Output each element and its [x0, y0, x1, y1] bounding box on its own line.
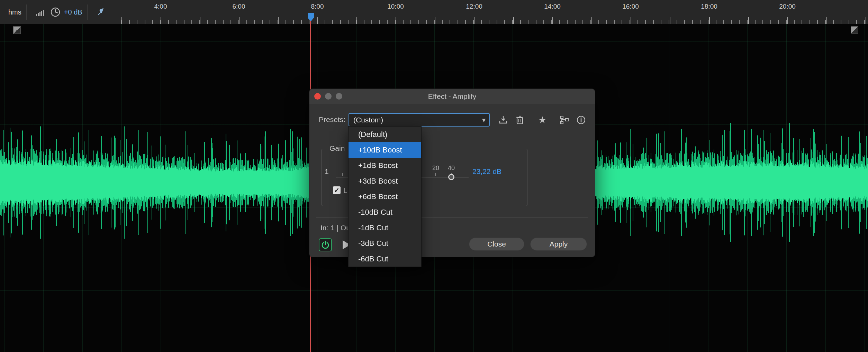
ruler-label: 14:00 [544, 3, 561, 10]
gain-group-label: Gain [327, 144, 347, 152]
preset-option-1db-cut[interactable]: -1dB Cut [349, 220, 421, 235]
level-meter-icon[interactable] [36, 8, 46, 16]
presets-label: Presets: [319, 115, 345, 124]
clock-icon[interactable] [50, 7, 61, 17]
preset-option-6db-cut[interactable]: -6dB Cut [349, 251, 421, 267]
slider-tick [435, 173, 436, 176]
favorite-star-icon[interactable]: ★ [537, 115, 548, 125]
preset-option-6db-boost[interactable]: +6dB Boost [349, 189, 421, 204]
check-icon: ✓ [334, 186, 340, 194]
gain-knob-value[interactable]: +0 dB [64, 8, 82, 16]
chevron-down-icon: ▾ [482, 116, 486, 124]
toolbar-divider [87, 4, 88, 20]
presets-dropdown[interactable]: (Custom) ▾ [349, 113, 490, 127]
presets-row: Presets: (Custom) ▾ ★ [309, 113, 595, 127]
preset-option-default[interactable]: (Default) [349, 127, 421, 142]
ruler-label: 6:00 [233, 3, 245, 10]
preset-option-10db-cut[interactable]: -10dB Cut [349, 204, 421, 220]
dialog-title: Effect - Amplify [309, 92, 595, 101]
apply-button[interactable]: Apply [530, 238, 587, 251]
time-format-label[interactable]: hms [8, 8, 21, 16]
ruler-label: 18:00 [701, 3, 717, 10]
preset-option-1db-boost[interactable]: +1dB Boost [349, 158, 421, 173]
save-preset-icon[interactable] [498, 115, 508, 125]
pin-playhead-icon[interactable] [97, 8, 106, 17]
slider-tick [342, 173, 343, 176]
ruler-label: 10:00 [387, 3, 404, 10]
preset-dropdown-menu: (Default) +10dB Boost +1dB Boost +3dB Bo… [348, 126, 422, 267]
presets-dropdown-value: (Custom) [353, 116, 482, 124]
ruler-label: 16:00 [622, 3, 639, 10]
toolbar-divider [26, 4, 27, 20]
ruler-label: 8:00 [311, 3, 324, 10]
preset-option-10db-boost[interactable]: +10dB Boost [349, 142, 421, 158]
audition-window: 4:00 6:00 8:00 10:00 12:00 14:00 16:00 1… [0, 0, 868, 352]
slider-scale-label-20: 20 [432, 165, 439, 172]
scroll-corner-left-icon[interactable] [13, 26, 21, 34]
gain-slider-thumb[interactable] [448, 174, 454, 180]
ruler-label: 12:00 [466, 3, 482, 10]
preset-option-3db-cut[interactable]: -3dB Cut [349, 235, 421, 251]
transport-toolbar: hms +0 dB [0, 0, 120, 24]
preset-option-3db-boost[interactable]: +3dB Boost [349, 173, 421, 189]
slider-scale-label-40: 40 [448, 165, 455, 172]
link-sliders-checkbox[interactable]: ✓ [333, 186, 341, 194]
close-button[interactable]: Close [469, 238, 524, 251]
ruler-major-ticks [0, 17, 868, 24]
delete-preset-icon[interactable] [515, 115, 525, 125]
ruler-label: 4:00 [154, 3, 167, 10]
gain-value[interactable]: 23,22 dB [472, 167, 501, 176]
ruler-label: 20:00 [779, 3, 796, 10]
preset-tree-icon[interactable] [559, 115, 570, 125]
scroll-corner-right-icon[interactable] [851, 26, 858, 34]
dialog-titlebar[interactable]: Effect - Amplify [309, 89, 595, 104]
io-channels-text: In: 1 | Ou [320, 224, 350, 232]
info-icon[interactable] [576, 115, 586, 125]
timeline-ruler[interactable]: 4:00 6:00 8:00 10:00 12:00 14:00 16:00 1… [0, 0, 868, 24]
effect-power-toggle[interactable] [319, 238, 332, 251]
gain-channel-label: 1 [325, 167, 329, 176]
